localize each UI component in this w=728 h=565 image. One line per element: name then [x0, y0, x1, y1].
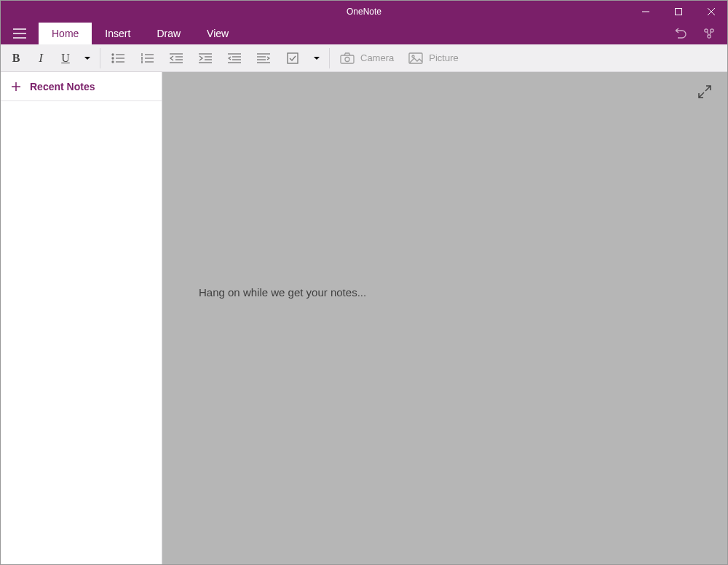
bulleted-list-icon [111, 53, 124, 63]
menu-bar: Home Insert Draw View [1, 23, 727, 44]
nav-menu-button[interactable] [1, 23, 39, 44]
todo-tag-button[interactable] [278, 46, 307, 71]
ribbon-toolbar: B I U [1, 44, 727, 72]
svg-point-44 [412, 55, 414, 58]
outdent-alt-icon [228, 53, 241, 63]
svg-rect-40 [288, 53, 298, 63]
svg-point-10 [112, 54, 114, 55]
app-title: OneNote [347, 7, 381, 17]
svg-point-14 [112, 61, 114, 63]
chevron-down-icon [313, 56, 320, 60]
sidebar-header[interactable]: Recent Notes [1, 72, 162, 101]
numbered-list-button[interactable] [132, 46, 162, 71]
checkbox-icon [287, 52, 298, 64]
camera-icon [340, 52, 355, 64]
ribbon-separator [329, 48, 330, 68]
bold-button[interactable]: B [4, 46, 28, 71]
menu-bar-right [668, 23, 727, 44]
outdent-alt-button[interactable] [220, 46, 249, 71]
outdent-icon [170, 53, 183, 63]
bold-icon: B [12, 52, 20, 65]
title-bar: OneNote [1, 1, 727, 23]
tab-insert-label: Insert [105, 28, 130, 39]
svg-point-12 [112, 58, 114, 59]
minimize-button[interactable] [629, 1, 662, 23]
undo-button[interactable] [668, 23, 692, 44]
indent-alt-button[interactable] [249, 46, 278, 71]
italic-icon: I [39, 51, 43, 66]
camera-label: Camera [360, 52, 394, 63]
tab-view-label: View [207, 28, 229, 39]
underline-button[interactable]: U [53, 46, 78, 71]
plus-icon [11, 82, 21, 92]
tab-draw-label: Draw [157, 28, 181, 39]
close-button[interactable] [695, 1, 727, 23]
svg-point-9 [708, 35, 711, 38]
numbered-list-icon [141, 53, 154, 63]
svg-point-42 [345, 57, 349, 61]
outdent-button[interactable] [162, 46, 191, 71]
indent-alt-icon [257, 53, 270, 63]
picture-icon [408, 52, 423, 64]
italic-button[interactable]: I [28, 46, 53, 71]
share-icon [703, 27, 716, 40]
expand-icon [698, 85, 711, 98]
indent-button[interactable] [191, 46, 220, 71]
bulleted-list-button[interactable] [103, 46, 132, 71]
minimize-icon [642, 8, 649, 15]
picture-label: Picture [429, 52, 458, 63]
tab-draw[interactable]: Draw [143, 23, 194, 44]
maximize-button[interactable] [662, 1, 695, 23]
sidebar-header-label: Recent Notes [30, 81, 95, 92]
undo-icon [673, 28, 687, 39]
expand-button[interactable] [698, 85, 711, 101]
camera-button[interactable]: Camera [333, 46, 401, 71]
svg-rect-41 [341, 55, 354, 63]
indent-icon [199, 53, 212, 63]
picture-button[interactable]: Picture [401, 46, 465, 71]
font-more-button[interactable] [78, 56, 97, 60]
sidebar: Recent Notes [1, 72, 162, 564]
svg-line-48 [699, 92, 704, 98]
svg-line-47 [705, 86, 711, 91]
tags-more-button[interactable] [307, 56, 326, 60]
share-button[interactable] [697, 23, 721, 44]
app-window: OneNote Home Insert Draw View [0, 0, 728, 565]
loading-message: Hang on while we get your notes... [199, 286, 366, 299]
maximize-icon [675, 8, 682, 15]
ribbon-separator [100, 48, 100, 68]
window-controls [629, 1, 727, 23]
svg-rect-1 [675, 9, 681, 15]
tab-home[interactable]: Home [39, 23, 92, 44]
tab-view[interactable]: View [194, 23, 242, 44]
close-icon [708, 8, 715, 15]
content-area: Recent Notes Hang on while we get your n… [1, 72, 727, 564]
note-canvas[interactable]: Hang on while we get your notes... [162, 72, 727, 564]
tab-insert[interactable]: Insert [92, 23, 143, 44]
underline-icon: U [61, 52, 70, 65]
chevron-down-icon [84, 56, 91, 60]
tab-home-label: Home [52, 28, 79, 39]
hamburger-icon [13, 28, 26, 39]
